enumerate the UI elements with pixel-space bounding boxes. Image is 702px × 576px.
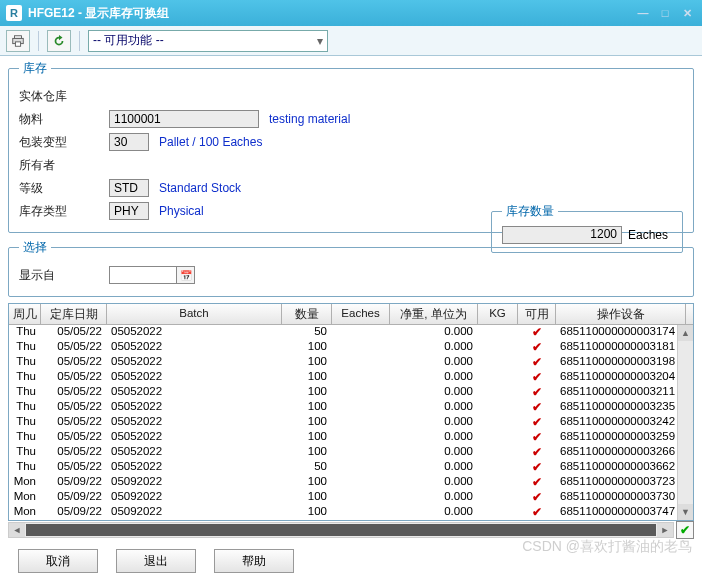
table-row[interactable]: Mon05/09/22050920221000.000✔685110000000…: [9, 490, 693, 505]
check-icon[interactable]: ✔: [518, 490, 556, 505]
material-desc: testing material: [269, 112, 350, 126]
grid-body[interactable]: ▲ ▼ Thu05/05/2205052022500.000✔685110000…: [9, 325, 693, 520]
minimize-button[interactable]: —: [634, 7, 652, 19]
vertical-scrollbar[interactable]: ▲ ▼: [677, 325, 693, 520]
selection-legend: 选择: [19, 239, 51, 256]
showfrom-input[interactable]: [109, 266, 177, 284]
function-selector[interactable]: -- 可用功能 --: [88, 30, 328, 52]
table-row[interactable]: Thu05/05/2205052022500.000✔6851100000000…: [9, 460, 693, 475]
table-row[interactable]: Mon05/09/22050920221000.000✔685110000000…: [9, 475, 693, 490]
check-icon[interactable]: ✔: [518, 445, 556, 460]
col-netweight[interactable]: 净重, 单位为: [390, 304, 478, 324]
table-row[interactable]: Thu05/05/22050520221000.000✔685110000000…: [9, 355, 693, 370]
refresh-icon: [52, 34, 66, 48]
toolbar-separator: [79, 31, 80, 51]
col-qty[interactable]: 数量: [282, 304, 332, 324]
col-batch[interactable]: Batch: [107, 304, 282, 324]
check-icon[interactable]: ✔: [518, 415, 556, 430]
refresh-button[interactable]: [47, 30, 71, 52]
table-row[interactable]: Thu05/05/22050520221000.000✔685110000000…: [9, 340, 693, 355]
grade-label: 等级: [19, 180, 109, 197]
svg-rect-2: [15, 41, 20, 45]
calendar-icon[interactable]: 📅: [177, 266, 195, 284]
qty-legend: 库存数量: [502, 203, 558, 220]
selection-fieldset: 选择 显示自 📅: [8, 239, 694, 297]
showfrom-label: 显示自: [19, 267, 109, 284]
horizontal-scrollbar[interactable]: ◄ ►: [8, 522, 674, 538]
data-grid: 周几 定库日期 Batch 数量 Eaches 净重, 单位为 KG 可用 操作…: [8, 303, 694, 521]
toolbar: -- 可用功能 --: [0, 26, 702, 56]
footer-buttons: 取消 退出 帮助: [8, 539, 694, 573]
printer-icon: [11, 34, 25, 48]
material-field[interactable]: 1100001: [109, 110, 259, 128]
col-equipment[interactable]: 操作设备: [556, 304, 686, 324]
scrollbar-thumb[interactable]: [26, 524, 656, 536]
table-row[interactable]: Thu05/05/2205052022500.000✔6851100000000…: [9, 325, 693, 340]
table-row[interactable]: Mon05/09/22050920221000.000✔685110000000…: [9, 505, 693, 520]
scroll-left-icon[interactable]: ◄: [9, 523, 25, 537]
pack-field[interactable]: 30: [109, 133, 149, 151]
grade-desc: Standard Stock: [159, 181, 241, 195]
check-icon[interactable]: ✔: [518, 340, 556, 355]
table-row[interactable]: Thu05/05/22050520221000.000✔685110000000…: [9, 415, 693, 430]
confirm-button[interactable]: ✔: [676, 521, 694, 539]
check-icon[interactable]: ✔: [518, 370, 556, 385]
col-date[interactable]: 定库日期: [41, 304, 107, 324]
owner-label: 所有者: [19, 157, 109, 174]
inventory-legend: 库存: [19, 60, 51, 77]
exit-button[interactable]: 退出: [116, 549, 196, 573]
col-available[interactable]: 可用: [518, 304, 556, 324]
check-icon[interactable]: ✔: [518, 400, 556, 415]
table-row[interactable]: Thu05/05/22050520221000.000✔685110000000…: [9, 400, 693, 415]
type-label: 库存类型: [19, 203, 109, 220]
col-day[interactable]: 周几: [9, 304, 41, 324]
maximize-button[interactable]: □: [656, 7, 674, 19]
title-bar: R HFGE12 - 显示库存可换组 — □ ✕: [0, 0, 702, 26]
col-unit[interactable]: Eaches: [332, 304, 390, 324]
check-icon[interactable]: ✔: [518, 430, 556, 445]
print-button[interactable]: [6, 30, 30, 52]
type-desc: Physical: [159, 204, 204, 218]
type-field[interactable]: PHY: [109, 202, 149, 220]
function-selector-label: -- 可用功能 --: [93, 32, 164, 49]
material-label: 物料: [19, 111, 109, 128]
scroll-up-icon[interactable]: ▲: [678, 325, 693, 341]
scroll-right-icon[interactable]: ►: [657, 523, 673, 537]
check-icon[interactable]: ✔: [518, 325, 556, 340]
grid-header: 周几 定库日期 Batch 数量 Eaches 净重, 单位为 KG 可用 操作…: [9, 304, 693, 325]
table-row[interactable]: Thu05/05/22050520221000.000✔685110000000…: [9, 370, 693, 385]
check-icon[interactable]: ✔: [518, 460, 556, 475]
scroll-down-icon[interactable]: ▼: [678, 504, 693, 520]
table-row[interactable]: Thu05/05/22050520221000.000✔685110000000…: [9, 385, 693, 400]
warehouse-label: 实体仓库: [19, 88, 109, 105]
check-icon[interactable]: ✔: [518, 505, 556, 520]
pack-label: 包装变型: [19, 134, 109, 151]
app-icon: R: [6, 5, 22, 21]
col-kg[interactable]: KG: [478, 304, 518, 324]
table-row[interactable]: Thu05/05/22050520221000.000✔685110000000…: [9, 445, 693, 460]
window-title: HFGE12 - 显示库存可换组: [28, 5, 630, 22]
check-icon[interactable]: ✔: [518, 385, 556, 400]
table-row[interactable]: Thu05/05/22050520221000.000✔685110000000…: [9, 430, 693, 445]
pack-desc: Pallet / 100 Eaches: [159, 135, 262, 149]
grade-field[interactable]: STD: [109, 179, 149, 197]
help-button[interactable]: 帮助: [214, 549, 294, 573]
inventory-fieldset: 库存 实体仓库 物料 1100001 testing material 包装变型…: [8, 60, 694, 233]
toolbar-separator: [38, 31, 39, 51]
cancel-button[interactable]: 取消: [18, 549, 98, 573]
close-button[interactable]: ✕: [678, 7, 696, 19]
check-icon[interactable]: ✔: [518, 355, 556, 370]
check-icon[interactable]: ✔: [518, 475, 556, 490]
